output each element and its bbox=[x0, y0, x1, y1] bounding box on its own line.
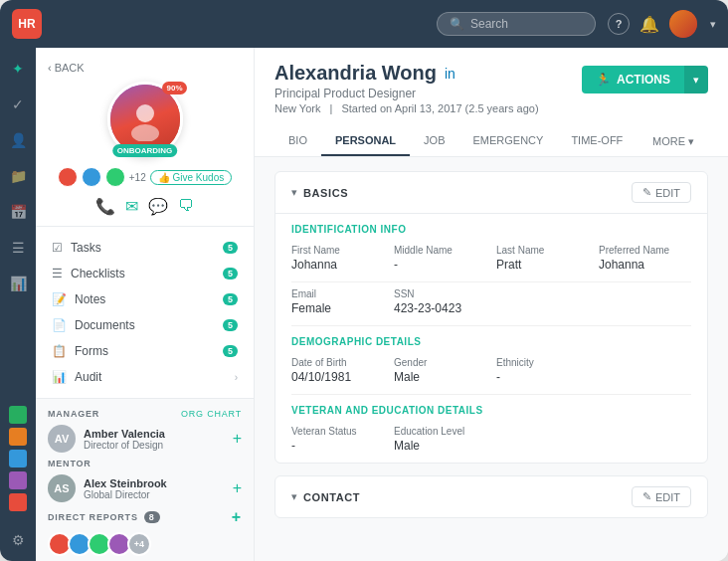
preferred-name-label: Preferred Name bbox=[599, 245, 691, 256]
actions-dropdown-button[interactable]: ▾ bbox=[684, 66, 708, 94]
checklists-label: Checklists bbox=[71, 267, 215, 280]
audit-arrow-icon: › bbox=[235, 372, 238, 383]
sidebar-icon-folder[interactable]: 📁 bbox=[7, 165, 29, 187]
kudos-avatar-3 bbox=[105, 167, 125, 187]
message-icon[interactable]: 💬 bbox=[148, 197, 168, 216]
location: New York bbox=[274, 102, 320, 114]
add-mentor-button[interactable]: + bbox=[233, 479, 242, 497]
nav-icons: ? 🔔 ▾ bbox=[608, 10, 716, 38]
email-value: Female bbox=[291, 301, 384, 315]
demographic-fields: Date of Birth 04/10/1981 Gender Male Eth… bbox=[275, 351, 707, 394]
tab-personal[interactable]: PERSONAL bbox=[321, 126, 410, 156]
profile-header: ‹ BACK ONBOARDING 90% bbox=[36, 48, 254, 227]
first-name-label: First Name bbox=[291, 245, 384, 256]
bell-icon[interactable]: 🔔 bbox=[639, 15, 659, 34]
content-area: ▾ BASICS ✎ EDIT IDENTIFICATION INFO Firs… bbox=[255, 157, 728, 561]
sidebar-icons: ✦ ✓ 👤 📁 📅 ☰ 📊 ⚙ bbox=[0, 48, 36, 561]
email-label: Email bbox=[291, 288, 384, 299]
contact-section: ▾ CONTACT ✎ EDIT bbox=[274, 475, 708, 518]
checklists-badge: 5 bbox=[223, 268, 238, 280]
mentor-name: Alex Steinbrook bbox=[84, 477, 225, 489]
identification-fields: First Name Johanna Middle Name - Last Na… bbox=[275, 239, 707, 281]
manager-section: MANAGER Org Chart AV Amber Valencia Dire… bbox=[36, 399, 254, 561]
meta-separator: | bbox=[330, 102, 333, 114]
user-avatar[interactable] bbox=[669, 10, 697, 38]
help-icon[interactable]: ? bbox=[608, 13, 630, 35]
middle-name-label: Middle Name bbox=[394, 245, 486, 256]
give-kudos-button[interactable]: 👍 Give Kudos bbox=[150, 170, 232, 185]
tab-more[interactable]: MORE ▾ bbox=[638, 127, 708, 156]
mentor-row: AS Alex Steinbrook Global Director + bbox=[48, 474, 242, 502]
chat-icon[interactable]: 🗨 bbox=[178, 197, 194, 216]
sidebar-icon-calendar[interactable]: 📅 bbox=[7, 201, 29, 223]
phone-icon[interactable]: 📞 bbox=[95, 197, 115, 216]
runner-icon: 🏃 bbox=[596, 73, 611, 87]
profile-top-bar: Alexandria Wong in Principal Product Des… bbox=[255, 48, 728, 157]
contact-title: CONTACT bbox=[303, 491, 360, 503]
email-icon[interactable]: ✉ bbox=[125, 197, 138, 216]
sidebar-icon-list[interactable]: ☰ bbox=[7, 237, 29, 259]
contact-edit-button[interactable]: ✎ EDIT bbox=[632, 486, 691, 507]
tasks-badge: 5 bbox=[223, 242, 238, 254]
direct-reports-avatars: +4 bbox=[48, 532, 242, 556]
tab-timeoff[interactable]: TIME-OFF bbox=[557, 126, 637, 156]
preferred-name-value: Johanna bbox=[599, 258, 691, 272]
documents-badge: 5 bbox=[223, 319, 238, 331]
veteran-status-label: Veteran Status bbox=[291, 426, 384, 437]
nav-item-tasks[interactable]: ☑ Tasks 5 bbox=[36, 235, 254, 261]
tasks-icon: ☑ bbox=[52, 241, 63, 255]
sidebar-icon-home[interactable]: ✦ bbox=[7, 58, 29, 80]
sidebar-icon-settings[interactable]: ⚙ bbox=[7, 529, 29, 551]
basics-edit-button[interactable]: ✎ EDIT bbox=[632, 182, 691, 203]
sidebar-icon-user[interactable]: 👤 bbox=[7, 129, 29, 151]
last-name-label: Last Name bbox=[496, 245, 589, 256]
field-email: Email Female bbox=[291, 288, 384, 315]
identification-title: IDENTIFICATION INFO bbox=[275, 214, 707, 239]
nav-item-forms[interactable]: 📋 Forms 5 bbox=[36, 338, 254, 364]
sidebar-icon-chart[interactable]: 📊 bbox=[7, 273, 29, 294]
field-gender: Gender Male bbox=[394, 357, 486, 384]
search-input[interactable] bbox=[470, 17, 580, 31]
nav-item-notes[interactable]: 📝 Notes 5 bbox=[36, 286, 254, 312]
tab-emergency[interactable]: EMERGENCY bbox=[458, 126, 557, 156]
add-manager-button[interactable]: + bbox=[233, 430, 242, 448]
field-last-name: Last Name Pratt bbox=[496, 245, 589, 272]
tab-job[interactable]: JOB bbox=[410, 126, 458, 156]
employee-title: Principal Product Designer bbox=[274, 87, 582, 100]
tab-bio[interactable]: BIO bbox=[274, 126, 321, 156]
field-veteran-status: Veteran Status - bbox=[291, 426, 384, 453]
more-chevron-icon: ▾ bbox=[688, 135, 694, 148]
dob-value: 04/10/1981 bbox=[291, 370, 384, 384]
svg-point-0 bbox=[136, 104, 154, 122]
nav-item-checklists[interactable]: ☰ Checklists 5 bbox=[36, 261, 254, 286]
chevron-down-icon[interactable]: ▾ bbox=[710, 18, 716, 31]
actions-button[interactable]: 🏃 ACTIONS bbox=[582, 66, 684, 94]
more-label: MORE bbox=[652, 135, 685, 147]
veteran-fields: Veteran Status - Education Level Male bbox=[275, 420, 707, 463]
tasks-label: Tasks bbox=[71, 241, 215, 255]
mentor-title-label: MENTOR bbox=[48, 459, 91, 468]
add-direct-report-button[interactable]: + bbox=[232, 508, 242, 526]
org-chart-link[interactable]: Org Chart bbox=[181, 409, 242, 419]
manager-title: Director of Design bbox=[84, 440, 225, 451]
contact-title-row: ▾ CONTACT bbox=[291, 490, 360, 503]
top-nav: HR 🔍 ? 🔔 ▾ bbox=[0, 0, 728, 48]
audit-label: Audit bbox=[75, 370, 227, 384]
nav-item-documents[interactable]: 📄 Documents 5 bbox=[36, 312, 254, 338]
email-ssn-fields: Email Female SSN 423-23-0423 bbox=[275, 282, 707, 325]
search-box[interactable]: 🔍 bbox=[437, 12, 596, 36]
left-panel: ‹ BACK ONBOARDING 90% bbox=[36, 48, 255, 561]
mentor-info: Alex Steinbrook Global Director bbox=[84, 477, 225, 500]
nav-item-audit[interactable]: 📊 Audit › bbox=[36, 364, 254, 390]
manager-row: AV Amber Valencia Director of Design + bbox=[48, 425, 242, 453]
employee-name: Alexandria Wong bbox=[274, 62, 437, 85]
contact-section-header: ▾ CONTACT ✎ EDIT bbox=[275, 476, 707, 517]
kudos-avatar-2 bbox=[82, 167, 101, 187]
sidebar-icon-check[interactable]: ✓ bbox=[7, 94, 29, 115]
linkedin-icon[interactable]: in bbox=[445, 66, 455, 82]
ssn-value: 423-23-0423 bbox=[394, 301, 486, 315]
demographic-title: DEMOGRAPHIC DETAILS bbox=[275, 326, 707, 351]
back-button[interactable]: ‹ BACK bbox=[48, 62, 85, 74]
contact-pencil-icon: ✎ bbox=[642, 490, 651, 503]
kudos-row: +12 👍 Give Kudos bbox=[58, 167, 232, 187]
